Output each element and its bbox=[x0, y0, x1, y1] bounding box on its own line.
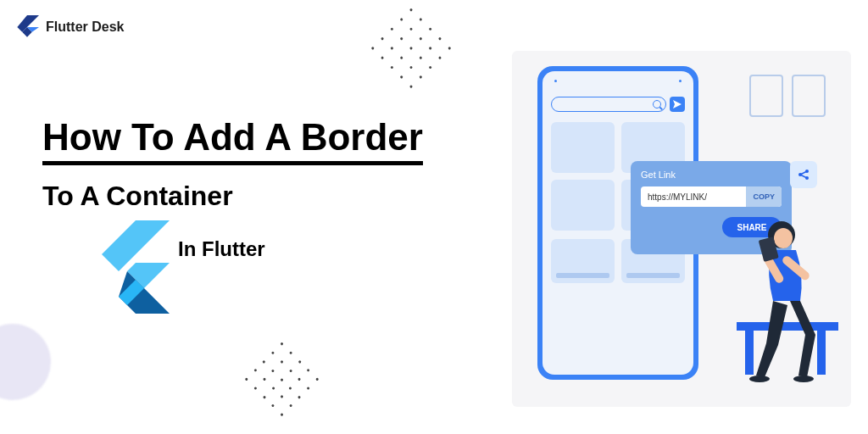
decorative-dots-bottom bbox=[243, 342, 321, 420]
dialog-title: Get Link bbox=[641, 170, 782, 180]
svg-line-4 bbox=[800, 175, 807, 178]
wall-frames bbox=[749, 75, 826, 117]
title-line-2: To A Container bbox=[42, 181, 423, 212]
brand-name: Flutter Desk bbox=[46, 19, 124, 35]
url-field: https://MYLINK/ COPY bbox=[641, 186, 782, 207]
svg-point-10 bbox=[749, 376, 770, 382]
hero-illustration: Get Link https://MYLINK/ COPY SHARE bbox=[512, 51, 851, 407]
search-input bbox=[551, 97, 666, 112]
search-icon bbox=[653, 100, 661, 108]
brand-logo: Flutter Desk bbox=[15, 15, 124, 39]
svg-point-6 bbox=[774, 228, 793, 248]
share-icon bbox=[797, 168, 810, 181]
phone-status-bar bbox=[551, 80, 685, 88]
share-bubble bbox=[790, 161, 817, 188]
svg-line-3 bbox=[800, 171, 807, 175]
svg-point-11 bbox=[793, 376, 814, 382]
url-text: https://MYLINK/ bbox=[641, 186, 746, 207]
decorative-dots-top bbox=[370, 8, 453, 92]
phone-search-row bbox=[551, 97, 685, 112]
title-line-1: How To Add A Border bbox=[42, 117, 423, 165]
decorative-blob-left bbox=[0, 324, 51, 400]
title-line-3: In Flutter bbox=[178, 237, 423, 261]
person-illustration bbox=[724, 216, 843, 386]
flutter-logo-large bbox=[85, 220, 170, 314]
copy-button: COPY bbox=[746, 186, 782, 207]
send-button bbox=[670, 97, 685, 112]
flutter-logo-icon bbox=[15, 15, 39, 39]
